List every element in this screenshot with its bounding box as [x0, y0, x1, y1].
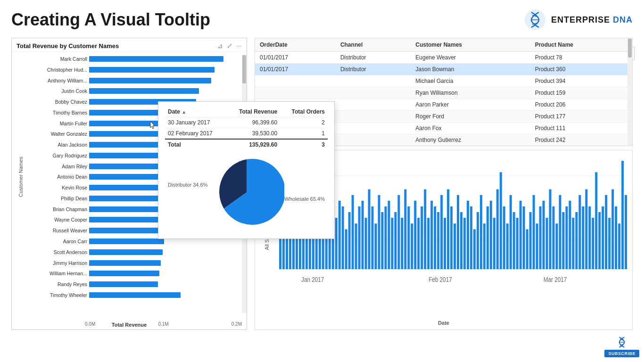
col-channel: Channel — [336, 38, 411, 52]
bar-label: Timothy Barnes — [26, 110, 87, 115]
filter-icon[interactable]: ⊿ — [217, 42, 223, 49]
bar-column — [342, 206, 344, 269]
bar-column — [529, 212, 532, 269]
bar-column — [411, 223, 413, 269]
bar-row[interactable]: Christopher Hud... — [26, 66, 242, 74]
bar-column — [618, 223, 620, 269]
bar-row[interactable]: William Hernan... — [26, 269, 242, 278]
x-axis-title: Total Revenue — [12, 322, 247, 328]
col-customer: Customer Names — [411, 38, 530, 52]
bar-column — [578, 195, 581, 269]
bar-column — [520, 201, 522, 269]
svg-text:Feb 2017: Feb 2017 — [429, 276, 452, 283]
svg-text:Jan 2017: Jan 2017 — [301, 276, 324, 283]
bar-label: Bobby Chavez — [26, 99, 87, 105]
bar-label: Brian Chapman — [26, 206, 87, 212]
bar-row[interactable]: Randy Reyes — [26, 280, 242, 288]
bar-column — [595, 172, 597, 269]
bar-column — [625, 195, 627, 269]
bar-column — [365, 218, 367, 269]
bar-column — [526, 229, 528, 269]
bar-track — [89, 56, 242, 62]
bar-row[interactable]: Scott Anderson — [26, 248, 242, 256]
bar-column — [427, 218, 429, 269]
bar-column — [562, 212, 564, 269]
bar-label: Timothy Wheeler — [26, 292, 87, 298]
bar-column — [404, 189, 406, 269]
bar-column — [483, 223, 486, 269]
bar-column — [500, 172, 502, 269]
bar-column — [470, 206, 472, 269]
bar-column — [513, 212, 515, 269]
bar-label: Adam Riley — [26, 164, 87, 169]
table-row[interactable]: 01/01/2017DistributorEugene WeaverProduc… — [255, 52, 632, 64]
bar-fill — [89, 217, 167, 222]
bar-label: Christopher Hud... — [26, 67, 87, 73]
bar-track — [89, 260, 242, 266]
expand-icon[interactable]: ⤢ — [227, 42, 232, 49]
bar-column — [335, 218, 338, 269]
bar-label: Walter Gonzalez — [26, 131, 87, 137]
bar-row[interactable]: Mark Carroll — [26, 55, 242, 63]
bar-column — [457, 195, 459, 269]
bar-fill — [89, 292, 181, 298]
bar-column — [477, 212, 479, 269]
bar-column — [473, 229, 476, 269]
bar-column — [368, 189, 371, 269]
tooltip-table: Date ▲ Total Revenue Total Orders 30 Jan… — [165, 107, 328, 150]
bar-fill — [89, 228, 165, 233]
bar-label: Jimmy Harrison — [26, 260, 87, 266]
bar-column — [565, 206, 568, 269]
bar-column — [588, 206, 591, 269]
tooltip-col-revenue: Total Revenue — [226, 107, 280, 117]
bar-column — [487, 206, 489, 269]
bar-row[interactable]: Timothy Wheeler — [26, 291, 242, 299]
bar-column — [585, 189, 587, 269]
bar-label: Alan Jackson — [26, 142, 87, 148]
bar-label: Wayne Cooper — [26, 217, 87, 222]
bar-row[interactable]: Anthony William... — [26, 76, 242, 85]
more-icon[interactable]: ··· — [236, 42, 242, 49]
bar-track — [89, 271, 242, 276]
bar-column — [378, 195, 380, 269]
bar-column — [417, 218, 420, 269]
tooltip-col-date: Date ▲ — [165, 107, 226, 117]
bar-column — [362, 201, 364, 269]
bar-label: Anthony William... — [26, 78, 87, 83]
bar-column — [407, 206, 410, 269]
bar-column — [503, 206, 505, 269]
tooltip-pie-section: Distributor 34.6% — Wholesale 65.4% — [158, 154, 334, 239]
bar-column — [394, 212, 396, 269]
bar-label: Justin Cook — [26, 88, 87, 94]
subscribe-button[interactable]: SUBSCRIBE — [604, 350, 639, 357]
bar-column — [401, 218, 403, 269]
bar-column — [611, 189, 614, 269]
bar-column — [454, 223, 456, 269]
bar-track — [89, 249, 242, 255]
tooltip-row: 02 February 201739,530.001 — [165, 128, 328, 140]
table-row[interactable]: Ryan WilliamsonProduct 159 — [255, 87, 632, 99]
subscribe-dna-icon — [614, 335, 629, 350]
bar-column — [598, 212, 601, 269]
bar-column — [605, 195, 607, 269]
table-scrollbar[interactable] — [627, 38, 632, 146]
bar-track — [89, 292, 242, 298]
col-product: Product Name — [530, 38, 632, 52]
bottom-chart-x-label: Date — [255, 320, 632, 326]
bar-label: Russell Weaver — [26, 228, 87, 233]
bar-column — [536, 223, 538, 269]
bar-fill — [89, 67, 215, 73]
bar-row[interactable]: Jimmy Harrison — [26, 259, 242, 267]
table-row[interactable]: 01/01/2017DistributorJason BowmanProduct… — [255, 64, 632, 75]
bar-row[interactable]: Justin Cook — [26, 87, 242, 95]
bar-column — [592, 218, 594, 269]
table-row[interactable]: Michael GarciaProduct 394 — [255, 75, 632, 87]
bar-column — [384, 206, 387, 269]
bar-column — [467, 201, 469, 269]
bar-column — [348, 212, 351, 269]
bar-column — [510, 195, 512, 269]
bar-column — [533, 195, 535, 269]
bar-track — [89, 67, 242, 73]
panel-header: Total Revenue by Customer Names ⊿ ⤢ ··· — [12, 38, 247, 52]
bar-column — [397, 195, 400, 269]
